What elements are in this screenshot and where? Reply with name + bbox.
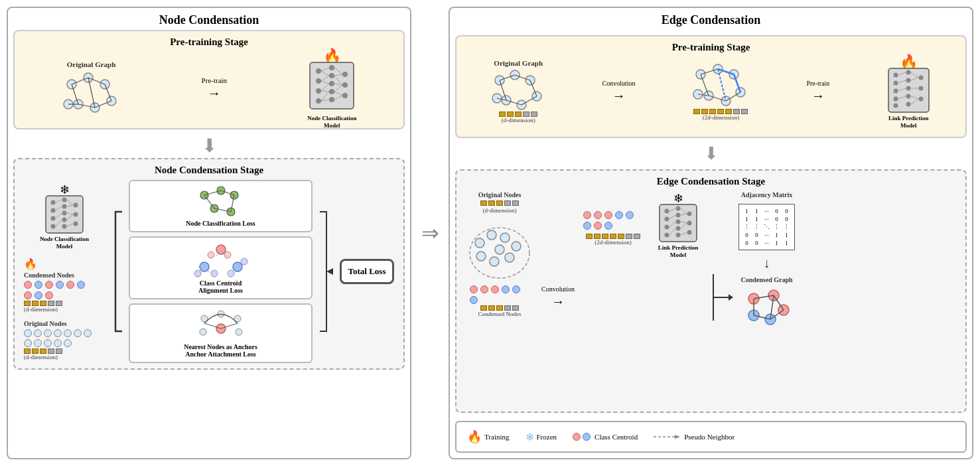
svg-point-16 <box>316 68 321 74</box>
loss2-label: Class Centroid Alignment Loss <box>135 279 306 294</box>
svg-point-166 <box>676 226 681 231</box>
link-prediction-model-section: 🔥 <box>887 54 930 129</box>
svg-point-22 <box>329 81 334 86</box>
edge-pretrain-box: Pre-training Stage Original Graph <box>455 35 967 138</box>
condensed-nodes-visual <box>24 281 90 299</box>
loss3-label: Nearest Nodes as AnchorsAnchor Attachmen… <box>135 343 306 358</box>
edge-conv-graph: (2d-dimension) <box>693 62 749 121</box>
svg-point-82 <box>228 270 234 277</box>
nn-model-pretrain <box>309 61 355 114</box>
svg-point-47 <box>51 224 56 228</box>
svg-point-19 <box>316 98 321 104</box>
svg-point-132 <box>906 70 910 74</box>
svg-point-52 <box>62 224 67 228</box>
class-centroid-legend-label: Class Centroid <box>595 433 638 441</box>
to-total-bracket <box>316 205 333 338</box>
svg-point-18 <box>316 88 321 94</box>
svg-point-157 <box>495 245 504 254</box>
svg-point-168 <box>687 212 692 216</box>
matrix-graph-col: Adjacency Matrix 11···00 11···00 ⋮⋮⋱⋮⋮ 0… <box>738 191 795 325</box>
svg-point-153 <box>512 242 521 251</box>
svg-point-45 <box>51 208 56 212</box>
dashed-arrow-legend <box>654 433 680 441</box>
svg-point-159 <box>665 209 669 214</box>
edge-pretrain-arrow: Pre-train → <box>806 80 829 104</box>
svg-point-152 <box>500 233 510 242</box>
svg-point-92 <box>236 329 242 335</box>
after-conv-feat-bar <box>586 234 640 239</box>
convolution-label: Convolution <box>602 80 636 87</box>
matrix-bracket-svg <box>710 271 733 324</box>
edge-original-graph: Original Graph <box>492 59 545 123</box>
svg-point-139 <box>918 96 923 101</box>
svg-point-128 <box>893 80 898 85</box>
svg-point-136 <box>906 102 910 106</box>
svg-point-133 <box>906 78 910 82</box>
condensed-graph-svg <box>740 289 794 325</box>
snowflake-legend-icon: ❄ <box>525 431 534 443</box>
svg-point-156 <box>476 252 486 261</box>
svg-point-167 <box>676 233 681 238</box>
bracket-svg <box>111 205 125 338</box>
svg-point-162 <box>665 233 669 238</box>
condensed-graph-label: Condensed Graph <box>740 276 792 283</box>
svg-point-169 <box>687 221 692 226</box>
edge-conv-dim-label: (2d-dimension) <box>703 114 740 121</box>
edge-cond-content: Original Nodes (d-dimension) <box>463 191 959 403</box>
svg-marker-195 <box>675 435 680 439</box>
center-arrow-icon: ⇒ <box>421 220 439 246</box>
edge-original-nodes-label: Original Nodes <box>478 191 522 198</box>
svg-point-55 <box>74 221 78 226</box>
centroid-icons <box>573 433 591 441</box>
nn-frozen-svg <box>44 194 84 234</box>
total-loss-box: Total Loss <box>340 259 395 284</box>
loss-box-1: Node Classification Loss <box>129 180 313 232</box>
frozen-model-section: ❄ <box>21 183 107 250</box>
original-dim-label: (d-dimension) <box>24 354 58 360</box>
edge-conv-feat-bar <box>693 109 748 114</box>
edge-after-conv-col: (2d-dimension) <box>580 191 646 246</box>
loss1-label: Node Classification Loss <box>135 220 306 227</box>
edge-original-nodes-col: Original Nodes (d-dimension) <box>463 191 536 317</box>
edge-cond-feat-bar <box>480 305 519 311</box>
svg-point-127 <box>893 72 898 77</box>
loss3-graph-svg <box>191 309 251 342</box>
center-arrow: ⇒ <box>417 7 443 459</box>
edge-frozen-model-label: Link PredictionModel <box>658 244 699 259</box>
pretrain-box: Pre-training Stage Original Graph <box>13 30 405 129</box>
original-graph-svg <box>62 71 121 117</box>
edge-orig-feat-bar <box>499 112 537 117</box>
legend-class-centroid: Class Centroid <box>573 433 638 441</box>
original-nodes-section: Original Nodes (d-dimension) <box>21 320 107 360</box>
after-conv-dim-label: (2d-dimension) <box>595 239 632 246</box>
nn-pretrain-svg <box>309 61 355 111</box>
svg-point-51 <box>62 217 67 222</box>
edge-condensed-nodes-visual <box>470 285 529 304</box>
edge-orig-nodes-cluster <box>466 216 533 283</box>
edge-original-graph-label: Original Graph <box>494 59 543 67</box>
loss-box-2: Class Centroid Alignment Loss <box>129 236 313 299</box>
adjacency-matrix: 11···00 11···00 ⋮⋮⋱⋮⋮ 00···11 00···11 <box>738 204 795 250</box>
condensation-box: Node Condensation Stage ❄ <box>13 158 405 370</box>
edge-cond-conv-label: Convolution <box>541 285 575 293</box>
edge-conv-arrow-section: Convolution → <box>541 191 575 403</box>
svg-point-161 <box>665 225 669 230</box>
edge-frozen-model-col: ❄ <box>652 191 705 259</box>
svg-point-20 <box>329 65 334 70</box>
condensation-title: Node Condensation Stage <box>21 165 397 176</box>
svg-point-21 <box>329 73 334 78</box>
pretrain-arrow-section: Pre-train → <box>202 76 227 101</box>
edge-pretrain-title: Pre-training Stage <box>463 42 959 53</box>
svg-point-150 <box>475 238 484 248</box>
svg-point-83 <box>241 258 247 265</box>
edge-frozen-model-svg <box>658 203 698 243</box>
svg-point-155 <box>490 257 499 266</box>
original-graph-label: Original Graph <box>67 60 116 68</box>
loss1-graph-svg <box>194 185 247 218</box>
svg-point-130 <box>893 96 898 101</box>
training-legend-label: Training <box>484 433 510 441</box>
conv-arrow-icon: → <box>612 88 626 104</box>
condensed-dim-label: (d-dimension) <box>24 306 58 313</box>
arrow-right-icon: → <box>208 86 221 101</box>
svg-point-26 <box>342 82 348 88</box>
